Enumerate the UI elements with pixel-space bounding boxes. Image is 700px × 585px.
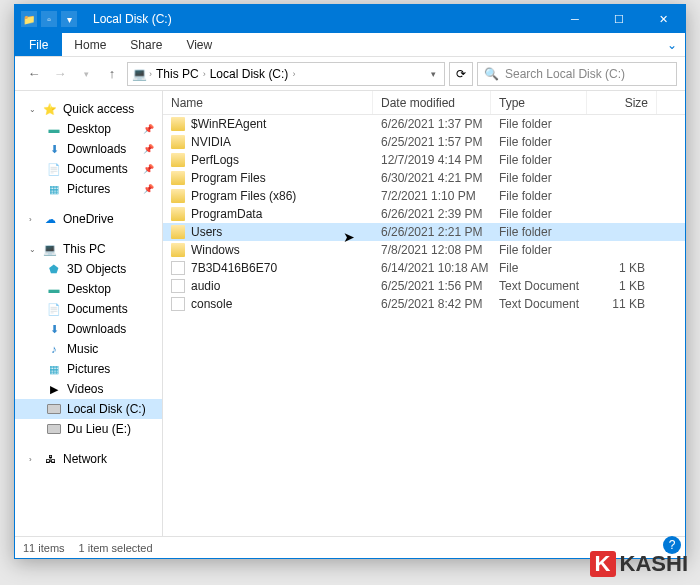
sidebar-thispc[interactable]: ⌄💻This PC bbox=[15, 239, 162, 259]
file-date: 6/26/2021 2:21 PM bbox=[373, 225, 491, 239]
k-logo-icon: K bbox=[590, 551, 616, 577]
folder-icon bbox=[171, 135, 185, 149]
folder-icon bbox=[171, 243, 185, 257]
chevron-right-icon: › bbox=[149, 69, 152, 79]
file-row[interactable]: PerfLogs12/7/2019 4:14 PMFile folder bbox=[163, 151, 685, 169]
forward-button[interactable]: → bbox=[49, 63, 71, 85]
file-list: Name Date modified Type Size $WinREAgent… bbox=[163, 91, 685, 536]
downloads-icon: ⬇ bbox=[47, 322, 61, 336]
file-row[interactable]: ProgramData6/26/2021 2:39 PMFile folder bbox=[163, 205, 685, 223]
file-explorer-window: 📁 ▫ ▾ Local Disk (C:) ─ ☐ ✕ File Home Sh… bbox=[14, 4, 686, 559]
folder-icon bbox=[171, 153, 185, 167]
qat-icon[interactable]: ▫ bbox=[41, 11, 57, 27]
minimize-button[interactable]: ─ bbox=[553, 5, 597, 33]
sidebar-downloads[interactable]: ⬇Downloads📌 bbox=[15, 139, 162, 159]
pictures-icon: ▦ bbox=[47, 362, 61, 376]
home-tab[interactable]: Home bbox=[62, 33, 118, 56]
status-selected: 1 item selected bbox=[79, 542, 153, 554]
header-date[interactable]: Date modified bbox=[373, 91, 491, 114]
file-tab[interactable]: File bbox=[15, 33, 62, 56]
file-name: Users bbox=[191, 225, 222, 239]
address-bar[interactable]: 💻 › This PC › Local Disk (C:) › ▾ bbox=[127, 62, 445, 86]
breadcrumb-thispc[interactable]: This PC bbox=[154, 67, 201, 81]
file-date: 6/25/2021 1:57 PM bbox=[373, 135, 491, 149]
titlebar[interactable]: 📁 ▫ ▾ Local Disk (C:) ─ ☐ ✕ bbox=[15, 5, 685, 33]
back-button[interactable]: ← bbox=[23, 63, 45, 85]
downloads-icon: ⬇ bbox=[47, 142, 61, 156]
sidebar-downloads2[interactable]: ⬇Downloads bbox=[15, 319, 162, 339]
pin-icon: 📌 bbox=[143, 184, 154, 194]
file-row[interactable]: Windows7/8/2021 12:08 PMFile folder bbox=[163, 241, 685, 259]
up-button[interactable]: ↑ bbox=[101, 63, 123, 85]
file-name: audio bbox=[191, 279, 220, 293]
header-size[interactable]: Size bbox=[587, 91, 657, 114]
file-date: 6/30/2021 4:21 PM bbox=[373, 171, 491, 185]
sidebar-documents2[interactable]: 📄Documents bbox=[15, 299, 162, 319]
status-count: 11 items bbox=[23, 542, 65, 554]
view-tab[interactable]: View bbox=[174, 33, 224, 56]
sidebar-desktop[interactable]: ▬Desktop📌 bbox=[15, 119, 162, 139]
breadcrumb-localdisk[interactable]: Local Disk (C:) bbox=[208, 67, 291, 81]
file-date: 7/8/2021 12:08 PM bbox=[373, 243, 491, 257]
sidebar-music[interactable]: ♪Music bbox=[15, 339, 162, 359]
file-date: 6/25/2021 8:42 PM bbox=[373, 297, 491, 311]
pictures-icon: ▦ bbox=[47, 182, 61, 196]
file-row[interactable]: 7B3D416B6E706/14/2021 10:18 AMFile1 KB bbox=[163, 259, 685, 277]
sidebar-network[interactable]: ›🖧Network bbox=[15, 449, 162, 469]
folder-icon bbox=[171, 117, 185, 131]
file-type: File folder bbox=[491, 117, 587, 131]
share-tab[interactable]: Share bbox=[118, 33, 174, 56]
file-type: File folder bbox=[491, 207, 587, 221]
file-row[interactable]: Users6/26/2021 2:21 PMFile folder bbox=[163, 223, 685, 241]
header-name[interactable]: Name bbox=[163, 91, 373, 114]
file-type: File bbox=[491, 261, 587, 275]
sidebar-dulieu[interactable]: Du Lieu (E:) bbox=[15, 419, 162, 439]
navbar: ← → ▾ ↑ 💻 › This PC › Local Disk (C:) › … bbox=[15, 57, 685, 91]
sidebar-quick-access[interactable]: ⌄⭐Quick access bbox=[15, 99, 162, 119]
expand-ribbon-icon[interactable]: ⌄ bbox=[659, 38, 685, 52]
sidebar-pictures2[interactable]: ▦Pictures bbox=[15, 359, 162, 379]
qat-dropdown-icon[interactable]: ▾ bbox=[61, 11, 77, 27]
search-input[interactable]: 🔍 Search Local Disk (C:) bbox=[477, 62, 677, 86]
documents-icon: 📄 bbox=[47, 302, 61, 316]
pin-icon: 📌 bbox=[143, 144, 154, 154]
file-type: Text Document bbox=[491, 297, 587, 311]
file-row[interactable]: audio6/25/2021 1:56 PMText Document1 KB bbox=[163, 277, 685, 295]
file-name: NVIDIA bbox=[191, 135, 231, 149]
file-row[interactable]: Program Files (x86)7/2/2021 1:10 PMFile … bbox=[163, 187, 685, 205]
file-date: 6/26/2021 1:37 PM bbox=[373, 117, 491, 131]
file-row[interactable]: $WinREAgent6/26/2021 1:37 PMFile folder bbox=[163, 115, 685, 133]
folder-icon bbox=[171, 189, 185, 203]
recent-dropdown-icon[interactable]: ▾ bbox=[75, 63, 97, 85]
file-row[interactable]: Program Files6/30/2021 4:21 PMFile folde… bbox=[163, 169, 685, 187]
folder-icon bbox=[171, 225, 185, 239]
header-type[interactable]: Type bbox=[491, 91, 587, 114]
sidebar-desktop2[interactable]: ▬Desktop bbox=[15, 279, 162, 299]
sidebar-3dobjects[interactable]: ⬟3D Objects bbox=[15, 259, 162, 279]
pc-icon: 💻 bbox=[132, 67, 147, 81]
sidebar-pictures[interactable]: ▦Pictures📌 bbox=[15, 179, 162, 199]
chevron-right-icon: › bbox=[203, 69, 206, 79]
sidebar-localdisk[interactable]: Local Disk (C:) bbox=[15, 399, 162, 419]
address-dropdown-icon[interactable]: ▾ bbox=[427, 69, 440, 79]
file-icon bbox=[171, 261, 185, 275]
3d-icon: ⬟ bbox=[47, 262, 61, 276]
sidebar-documents[interactable]: 📄Documents📌 bbox=[15, 159, 162, 179]
sidebar-videos[interactable]: ▶Videos bbox=[15, 379, 162, 399]
file-date: 12/7/2019 4:14 PM bbox=[373, 153, 491, 167]
file-row[interactable]: console6/25/2021 8:42 PMText Document11 … bbox=[163, 295, 685, 313]
file-row[interactable]: NVIDIA6/25/2021 1:57 PMFile folder bbox=[163, 133, 685, 151]
disk-icon bbox=[47, 422, 61, 436]
pin-icon: 📌 bbox=[143, 124, 154, 134]
folder-icon bbox=[171, 207, 185, 221]
onedrive-icon: ☁ bbox=[43, 212, 57, 226]
file-icon bbox=[171, 297, 185, 311]
close-button[interactable]: ✕ bbox=[641, 5, 685, 33]
chevron-right-icon: › bbox=[292, 69, 295, 79]
sidebar-onedrive[interactable]: ›☁OneDrive bbox=[15, 209, 162, 229]
pin-icon: 📌 bbox=[143, 164, 154, 174]
watermark: K KASHI bbox=[590, 551, 688, 577]
refresh-button[interactable]: ⟳ bbox=[449, 62, 473, 86]
music-icon: ♪ bbox=[47, 342, 61, 356]
maximize-button[interactable]: ☐ bbox=[597, 5, 641, 33]
